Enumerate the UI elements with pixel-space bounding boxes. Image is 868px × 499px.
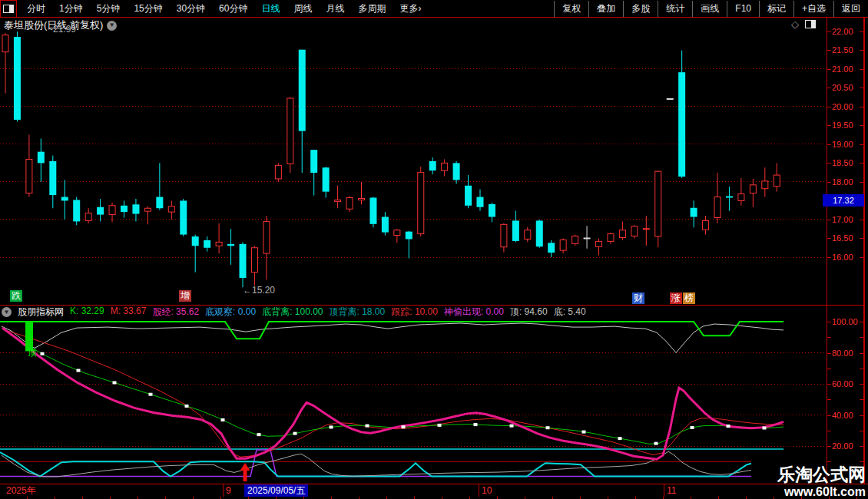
axis-tick <box>827 399 831 400</box>
axis-tick <box>860 368 863 369</box>
axis-tick <box>827 50 831 51</box>
toolbar-button-F10[interactable]: F10 <box>727 1 759 17</box>
toolbar-right-buttons: 复权叠加多股统计画线F10标记+自选返回 <box>554 1 868 17</box>
axis-tick <box>827 238 831 239</box>
price-axis-label: 19.00 <box>832 139 864 150</box>
split-window-button[interactable] <box>0 0 17 18</box>
menu-item-多周期[interactable]: 多周期 <box>351 1 393 17</box>
indicator-field: 底背离: 100.00 <box>262 306 323 319</box>
price-axis-label: 20.00 <box>832 101 864 112</box>
axis-tick <box>827 446 831 447</box>
low-price-label: ←15.20 <box>243 285 275 296</box>
timeline-month-9: 9 <box>226 485 231 496</box>
axis-tick <box>860 431 863 431</box>
timeline-row[interactable]: 2025年 91011 2025/09/05/五 <box>0 484 868 497</box>
indicator-source-label: 股朋指标网 <box>18 306 64 319</box>
price-axis-label: 21.00 <box>832 64 864 74</box>
timeline-month-11: 11 <box>667 485 676 496</box>
split-window-icon <box>3 5 14 13</box>
axis-tick <box>827 163 831 164</box>
menu-item-日线[interactable]: 日线 <box>254 1 287 17</box>
indicator-field: M: 33.67 <box>111 306 147 319</box>
indicator-axis-label: 80.00 <box>832 348 864 359</box>
axis-tick <box>827 337 831 338</box>
menu-item-更多›[interactable]: 更多› <box>393 1 428 17</box>
price-axis-label: 18.50 <box>832 157 864 168</box>
toolbar-button-+自选[interactable]: +自选 <box>793 1 833 17</box>
toolbar-button-标记[interactable]: 标记 <box>759 1 793 17</box>
tag-财[interactable]: 财 <box>632 292 644 304</box>
menu-item-30分钟[interactable]: 30分钟 <box>170 1 212 17</box>
menu-item-分时[interactable]: 分时 <box>20 1 52 17</box>
axis-tick <box>827 257 831 258</box>
high-price-label: ~21.99 <box>48 24 76 35</box>
title-right-icons: ◇ <box>791 19 816 29</box>
split-window-icon[interactable] <box>805 20 816 28</box>
timeline-year-label: 2025年 <box>6 485 36 496</box>
top-signal-label: 顶 <box>28 347 37 358</box>
watermark-name: 乐淘公式网 <box>777 465 866 484</box>
watermark-url: www.60lt.com <box>777 484 866 499</box>
axis-tick <box>827 353 831 354</box>
menu-item-5分钟[interactable]: 5分钟 <box>90 1 128 17</box>
toolbar-button-复权[interactable]: 复权 <box>554 1 588 17</box>
indicator-axis-label: 100.00 <box>832 316 864 327</box>
price-axis-label: 21.50 <box>832 45 864 55</box>
price-axis-label: 20.50 <box>832 82 864 93</box>
indicator-field: 底观察: 0.00 <box>205 306 256 319</box>
toolbar-button-返回[interactable]: 返回 <box>833 1 868 17</box>
axis-tick <box>827 182 831 183</box>
indicator-header: ▼ 股朋指标网 K: 32.29M: 33.67股经: 35.62底观察: 0.… <box>2 306 586 318</box>
tag-榜[interactable]: 榜 <box>683 292 695 304</box>
indicator-field: K: 32.29 <box>70 306 104 319</box>
axis-tick <box>827 322 831 322</box>
menu-item-月线[interactable]: 月线 <box>319 1 351 17</box>
axis-tick <box>860 399 863 400</box>
tag-涨[interactable]: 涨 <box>670 292 682 304</box>
collapse-chevron-icon[interactable]: ▼ <box>2 307 12 317</box>
indicator-field: 跟踪: 10.00 <box>391 306 438 319</box>
axis-tick <box>827 69 831 70</box>
timeline-month-10: 10 <box>482 485 492 496</box>
indicator-field: 神偷出现: 0.00 <box>444 306 504 319</box>
toolbar-button-多股[interactable]: 多股 <box>623 1 658 17</box>
indicator-axis-label: 20.00 <box>832 441 864 451</box>
diamond-icon[interactable]: ◇ <box>791 19 799 29</box>
indicator-axis-label: 40.00 <box>832 410 864 421</box>
top-toolbar: 分时1分钟5分钟15分钟30分钟60分钟日线周线月线多周期更多› 复权叠加多股统… <box>0 0 868 18</box>
axis-tick <box>860 337 863 338</box>
price-axis-label: 22.00 <box>832 26 864 37</box>
axis-tick <box>827 415 831 416</box>
menu-item-15分钟[interactable]: 15分钟 <box>127 1 169 17</box>
tag-增[interactable]: 增 <box>179 290 191 302</box>
current-price-tag: 17.32 <box>823 194 864 207</box>
stock-app-window: 分时1分钟5分钟15分钟30分钟60分钟日线周线月线多周期更多› 复权叠加多股统… <box>0 0 868 499</box>
toolbar-button-叠加[interactable]: 叠加 <box>588 1 623 17</box>
watermark: 乐淘公式网 www.60lt.com <box>777 465 866 499</box>
axis-tick <box>827 125 831 126</box>
menu-item-周线[interactable]: 周线 <box>287 1 319 17</box>
menu-item-1分钟[interactable]: 1分钟 <box>52 1 90 17</box>
axis-tick <box>827 107 831 107</box>
main-chart-svg <box>0 31 827 306</box>
tag-跌[interactable]: 跌 <box>10 290 22 302</box>
axis-tick <box>827 461 831 462</box>
toolbar-button-画线[interactable]: 画线 <box>692 1 727 17</box>
axis-tick <box>827 31 831 32</box>
axis-tick <box>827 384 831 385</box>
axis-tick <box>827 88 831 88</box>
indicator-field: 股经: 35.62 <box>152 306 199 319</box>
menu-item-60分钟[interactable]: 60分钟 <box>212 1 254 17</box>
period-menu: 分时1分钟5分钟15分钟30分钟60分钟日线周线月线多周期更多› <box>20 1 428 17</box>
indicator-field: 顶背离: 18.00 <box>330 306 386 319</box>
toolbar-button-统计[interactable]: 统计 <box>658 1 692 17</box>
axis-tick <box>827 144 831 145</box>
chevron-down-icon[interactable]: ▼ <box>107 21 117 31</box>
axis-tick <box>827 368 831 369</box>
timeline-month-tick <box>664 484 664 497</box>
selected-date-tag: 2025/09/05/五 <box>244 484 308 497</box>
indicator-axis-label: 60.00 <box>832 378 864 389</box>
axis-tick <box>860 461 863 462</box>
price-axis-label: 16.00 <box>832 252 864 263</box>
timeline-month-tick <box>223 484 224 497</box>
